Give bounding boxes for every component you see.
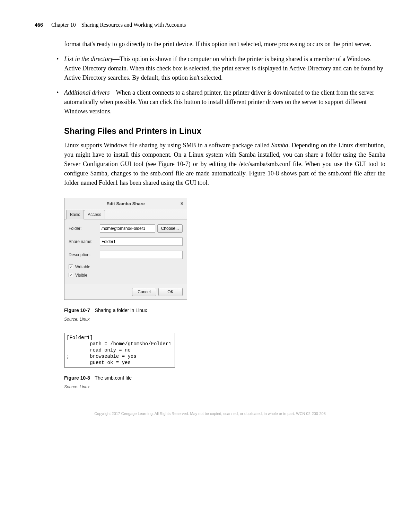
- figure8-text: The smb.conf file: [95, 375, 132, 381]
- check-icon: ✓: [70, 264, 72, 269]
- figure7-caption: Figure 10-7 Sharing a folder in Linux: [64, 307, 385, 314]
- sharename-label: Share name:: [69, 239, 100, 245]
- section-heading: Sharing Files and Printers in Linux: [64, 125, 385, 137]
- field-description: Description:: [69, 251, 183, 259]
- figure7-text: Sharing a folder in Linux: [95, 307, 147, 313]
- description-input[interactable]: [100, 251, 183, 259]
- page-header: 466 Chapter 10 Sharing Resources and Wor…: [35, 21, 385, 29]
- dialog-tabs: Basic Access: [64, 209, 187, 219]
- close-icon[interactable]: ×: [181, 200, 183, 207]
- dialog-titlebar: Edit Samba Share ×: [64, 198, 187, 209]
- figure7-source: Source: Linux: [64, 316, 385, 322]
- writable-checkbox[interactable]: ✓: [69, 265, 73, 269]
- list-item: Additional drivers—When a client connect…: [54, 88, 385, 116]
- dialog-footer: Cancel OK: [64, 284, 187, 300]
- tab-access[interactable]: Access: [84, 210, 105, 219]
- bullet-title: List in the directory: [64, 55, 113, 62]
- visible-label: Visible: [75, 272, 87, 278]
- bullet-title: Additional drivers: [64, 89, 110, 96]
- page-number: 466: [35, 22, 43, 28]
- samba-dialog: Edit Samba Share × Basic Access Folder: …: [64, 198, 187, 300]
- bullet-list: List in the directory—This option is sho…: [54, 54, 385, 116]
- writable-label: Writable: [75, 264, 90, 270]
- figure7-id: Figure 10-7: [64, 307, 90, 313]
- choose-button[interactable]: Choose...: [157, 224, 183, 233]
- dialog-body: Folder: Choose... Share name: Descriptio…: [64, 219, 187, 284]
- checkbox-writable-row: ✓ Writable: [69, 264, 183, 270]
- visible-checkbox[interactable]: ✓: [69, 273, 73, 277]
- bullet-body: —When a client connects to a shared prin…: [64, 89, 374, 115]
- dialog-title-text: Edit Samba Share: [106, 201, 145, 206]
- list-item: List in the directory—This option is sho…: [54, 54, 385, 83]
- field-sharename: Share name:: [69, 237, 183, 246]
- continuation-paragraph: format that's ready to go directly to th…: [64, 40, 385, 49]
- field-folder: Folder: Choose...: [69, 224, 183, 233]
- sharename-input[interactable]: [100, 237, 183, 246]
- tab-basic[interactable]: Basic: [66, 210, 84, 219]
- figure8-id: Figure 10-8: [64, 375, 90, 381]
- chapter-label: Chapter 10: [51, 22, 76, 28]
- smbconf-codebox: [Folder1] path = /home/gtomsho/Folder1 r…: [64, 333, 175, 368]
- ok-button[interactable]: OK: [158, 288, 183, 296]
- description-label: Description:: [69, 252, 100, 258]
- figure8-caption: Figure 10-8 The smb.conf file: [64, 374, 385, 382]
- check-icon: ✓: [70, 272, 72, 278]
- para-italic: Samba: [271, 142, 288, 149]
- folder-input[interactable]: [100, 224, 155, 233]
- copyright-notice: Copyright 2017 Cengage Learning. All Rig…: [35, 411, 385, 417]
- para-part: Linux supports Windows file sharing by u…: [64, 142, 271, 149]
- checkbox-visible-row: ✓ Visible: [69, 272, 183, 278]
- cancel-button[interactable]: Cancel: [132, 288, 156, 296]
- folder-label: Folder:: [69, 225, 100, 232]
- figure8-source: Source: Linux: [64, 384, 385, 390]
- section-paragraph: Linux supports Windows file sharing by u…: [64, 141, 385, 188]
- chapter-title: Sharing Resources and Working with Accou…: [81, 22, 186, 28]
